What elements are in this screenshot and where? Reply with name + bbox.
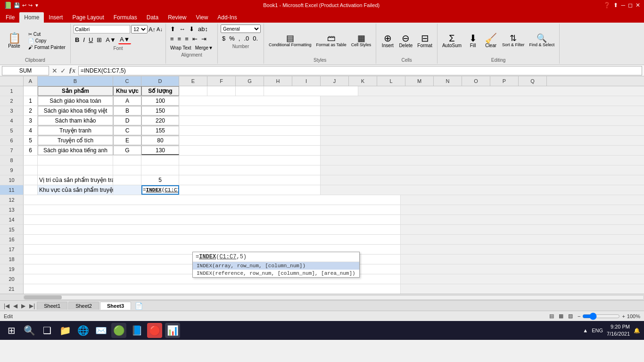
cell-a1[interactable] <box>24 86 38 96</box>
customize-arrow[interactable]: ▼ <box>34 3 39 8</box>
row-header-16[interactable]: 16 <box>0 235 24 244</box>
cell-b10[interactable]: Vị trí của sản phẩm truyện tranh trong b… <box>38 175 113 185</box>
copy-button[interactable]: 📄 Copy <box>26 38 67 44</box>
cell-row15[interactable] <box>24 225 401 234</box>
row-header-11[interactable]: 11 <box>0 185 24 195</box>
col-header-g[interactable]: G <box>236 76 264 86</box>
cell-c3[interactable]: B <box>113 106 141 115</box>
excel-taskbar-btn[interactable]: 📊 <box>165 323 180 338</box>
sheet-nav-first[interactable]: |◀ <box>2 303 11 309</box>
align-center-btn[interactable]: ≡ <box>176 35 183 43</box>
insert-sheet-btn[interactable]: 📄 <box>132 302 146 310</box>
cell-c2[interactable]: A <box>113 96 141 106</box>
horizontal-scrollbar[interactable] <box>0 294 644 300</box>
cell-e8[interactable] <box>179 156 321 165</box>
cell-e6[interactable] <box>179 136 321 145</box>
font-size-select[interactable]: 12 <box>131 25 148 33</box>
text-orientation-btn[interactable]: ab↕ <box>197 25 209 33</box>
row-header-4[interactable]: 4 <box>0 116 24 125</box>
comma-btn[interactable]: , <box>237 34 242 42</box>
cell-row16[interactable] <box>24 235 401 244</box>
tab-data[interactable]: Data <box>142 12 163 23</box>
confirm-formula-icon[interactable]: ✓ <box>59 67 67 74</box>
align-right-btn[interactable]: ≡ <box>183 35 190 43</box>
close-btn[interactable]: ✕ <box>636 2 640 8</box>
autosum-btn[interactable]: Σ AutoSum <box>440 33 463 49</box>
tab-page-layout[interactable]: Page Layout <box>67 12 108 23</box>
col-header-l[interactable]: L <box>377 76 405 86</box>
tab-file[interactable]: File <box>1 12 19 23</box>
col-header-q[interactable]: Q <box>519 76 547 86</box>
align-left-btn[interactable]: ≡ <box>169 35 175 43</box>
format-btn[interactable]: ⊟ Format <box>415 33 434 49</box>
zoom-out-btn[interactable]: − <box>578 313 580 319</box>
cell-h1[interactable] <box>264 86 358 96</box>
cell-c5[interactable]: C <box>113 126 141 135</box>
cell-a10[interactable] <box>24 175 38 185</box>
app-icon-2[interactable]: 📘 <box>129 323 144 338</box>
cell-c10[interactable] <box>113 175 141 185</box>
minimize-btn[interactable]: ─ <box>621 2 625 8</box>
align-top-btn[interactable]: ⬆ <box>169 25 177 33</box>
cell-b5[interactable]: Truyện tranh <box>38 126 113 135</box>
cancel-formula-icon[interactable]: ✕ <box>51 67 58 74</box>
cell-b2[interactable]: Sách giáo khoa toán <box>38 96 113 106</box>
formula-input[interactable] <box>78 66 642 75</box>
row-header-8[interactable]: 8 <box>0 156 24 165</box>
col-header-a[interactable]: A <box>24 76 38 86</box>
font-color-btn[interactable]: A▼ <box>118 35 132 44</box>
cell-d2[interactable]: 100 <box>141 96 179 106</box>
cell-d8[interactable] <box>141 156 179 165</box>
italic-btn[interactable]: I <box>82 36 86 44</box>
quick-redo[interactable]: ↪ <box>28 2 33 8</box>
cell-d11-active[interactable]: =INDEX(C1:C7,5) <box>141 185 179 195</box>
col-header-d[interactable]: D <box>141 76 179 86</box>
wrap-text-btn[interactable]: Wrap Text <box>169 45 193 51</box>
cell-d6[interactable]: 80 <box>141 136 179 145</box>
search-btn[interactable]: 🔍 <box>22 323 37 338</box>
cell-c8[interactable] <box>113 156 141 165</box>
clear-btn[interactable]: 🧹 Clear <box>482 33 499 49</box>
cell-b9[interactable] <box>38 165 113 175</box>
row-header-17[interactable]: 17 <box>0 245 24 254</box>
col-header-f[interactable]: F <box>207 76 236 86</box>
row-header-15[interactable]: 15 <box>0 225 24 234</box>
cut-button[interactable]: ✂ Cut <box>26 31 67 37</box>
cell-row13[interactable] <box>24 205 401 214</box>
increase-decimal-btn[interactable]: .0 <box>242 34 250 42</box>
cell-c7[interactable]: G <box>113 146 141 155</box>
merge-center-btn[interactable]: Merge▼ <box>194 45 215 51</box>
cell-a11[interactable] <box>24 185 38 195</box>
app-icon-3[interactable]: 🔴 <box>147 323 162 338</box>
col-header-m[interactable]: M <box>405 76 434 86</box>
app-icon-1[interactable]: 🟢 <box>111 323 126 338</box>
fill-color-btn[interactable]: A▼ <box>104 36 117 44</box>
zoom-slider[interactable] <box>582 313 620 320</box>
sheet-nav-next[interactable]: ▶ <box>19 303 27 309</box>
align-bottom-btn[interactable]: ⬇ <box>188 25 196 33</box>
row-header-7[interactable]: 7 <box>0 146 24 155</box>
cell-e10[interactable] <box>179 175 321 185</box>
row-header-2[interactable]: 2 <box>0 96 24 106</box>
cell-e9[interactable] <box>179 165 321 175</box>
tab-home[interactable]: Home <box>19 12 44 23</box>
notification-btn[interactable]: 🔔 <box>634 328 640 334</box>
cell-b6[interactable]: Truyện cổ tích <box>38 136 113 145</box>
shrink-font-btn[interactable]: A↓ <box>157 26 163 32</box>
decrease-decimal-btn[interactable]: 0. <box>251 34 259 42</box>
edge-btn[interactable]: 🌐 <box>75 323 91 338</box>
paste-button[interactable]: 📋 Paste <box>3 32 25 49</box>
cell-row12[interactable] <box>24 195 401 205</box>
indent-increase-btn[interactable]: ⇥ <box>200 35 208 43</box>
cell-b8[interactable] <box>38 156 113 165</box>
font-name-input[interactable] <box>74 25 130 33</box>
cell-d3[interactable]: 150 <box>141 106 179 115</box>
cell-b1[interactable]: Sản phẩm <box>38 86 113 96</box>
cell-g1[interactable] <box>236 86 264 96</box>
cell-e11[interactable] <box>179 185 321 195</box>
view-page-break-btn[interactable]: ▧ <box>568 313 573 319</box>
row-header-5[interactable]: 5 <box>0 126 24 135</box>
cell-e3[interactable] <box>179 106 321 115</box>
cell-d9[interactable] <box>141 165 179 175</box>
insert-btn[interactable]: ⊕ Insert <box>379 33 396 49</box>
